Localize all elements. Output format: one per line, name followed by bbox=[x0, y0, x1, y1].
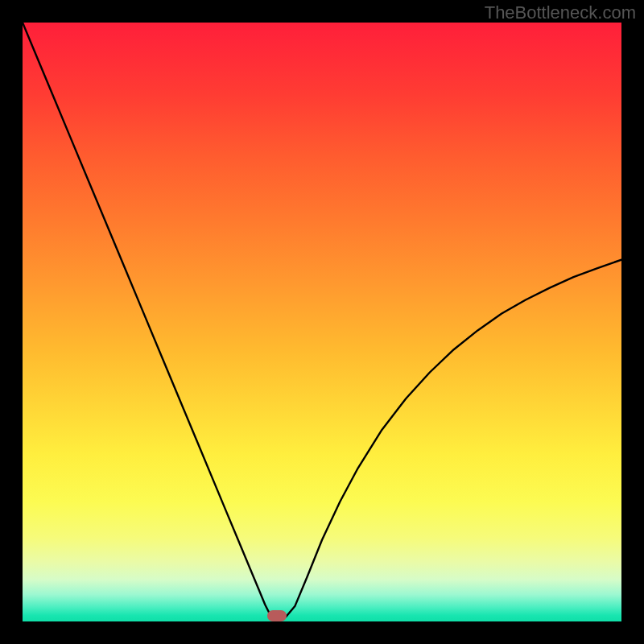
minimum-marker bbox=[267, 610, 287, 621]
chart-container: TheBottleneck.com bbox=[0, 0, 644, 644]
bottleneck-curve bbox=[23, 23, 621, 620]
curve-layer bbox=[23, 23, 621, 621]
plot-area bbox=[23, 23, 621, 621]
watermark-text: TheBottleneck.com bbox=[485, 2, 636, 23]
